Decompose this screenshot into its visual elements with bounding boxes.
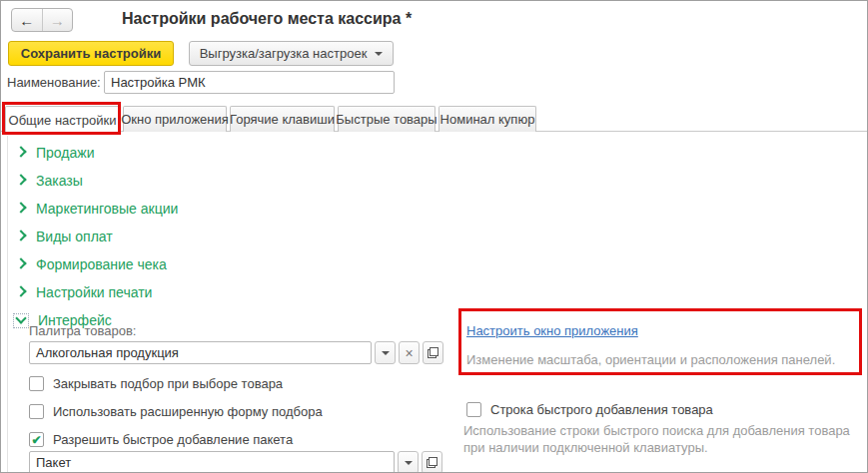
- chevron-right-icon: [15, 146, 26, 157]
- chevron-down-icon: [382, 351, 390, 355]
- chevron-right-icon: [15, 230, 26, 240]
- forward-button[interactable]: →: [43, 9, 73, 31]
- tab-general-settings[interactable]: Общие настройки: [5, 106, 120, 133]
- checkbox-label: Использовать расширенную форму подбора: [53, 404, 323, 419]
- palette-open-button[interactable]: [423, 341, 443, 364]
- palette-value: Алкогольная продукция: [36, 345, 179, 360]
- chevron-down-icon: [405, 461, 413, 465]
- open-list-icon: [427, 457, 437, 468]
- section-orders[interactable]: Заказы: [17, 167, 178, 195]
- section-sales[interactable]: Продажи: [17, 139, 178, 167]
- quick-add-hint: Использование строки быстрого поиска для…: [463, 422, 868, 456]
- chevron-right-icon: [15, 174, 26, 185]
- section-print-settings[interactable]: Настройки печати: [17, 278, 178, 306]
- name-input[interactable]: [104, 71, 395, 94]
- section-label: Заказы: [36, 173, 83, 189]
- package-combo-input[interactable]: Пакет: [29, 451, 395, 473]
- back-arrow-icon: ←: [19, 12, 34, 29]
- checkbox-label: Строка быстрого добавления товара: [490, 402, 713, 417]
- checkbox-label: Разрешить быстрое добавление пакета: [53, 432, 293, 447]
- chevron-right-icon: [15, 202, 26, 213]
- chevron-right-icon: [15, 285, 26, 296]
- palette-clear-button[interactable]: ×: [399, 341, 420, 364]
- settings-sections: Продажи Заказы Маркетинговые акции Виды …: [17, 139, 178, 334]
- checkbox-quick-add-line[interactable]: ✔ Строка быстрого добавления товара: [466, 402, 713, 417]
- section-label: Виды оплат: [36, 229, 113, 244]
- check-icon: ✔: [31, 434, 41, 446]
- package-dropdown-button[interactable]: [398, 451, 419, 473]
- tab-hotkeys[interactable]: Горячие клавиши: [230, 106, 335, 132]
- import-export-label: Выгрузка/загрузка настроек: [200, 46, 368, 61]
- section-label: Продажи: [36, 145, 94, 161]
- checkbox-use-extended-picker-form[interactable]: ✔ Использовать расширенную форму подбора: [29, 404, 323, 419]
- checkbox-label: Закрывать подбор при выборе товара: [53, 376, 283, 391]
- open-list-icon: [428, 347, 438, 358]
- package-value: Пакет: [36, 455, 71, 470]
- name-field-label: Наименование:: [7, 75, 101, 90]
- checkbox-box: ✔: [29, 376, 44, 391]
- tabbar: Общие настройки Окно приложения Горячие …: [5, 106, 536, 132]
- section-marketing-actions[interactable]: Маркетинговые акции: [17, 195, 178, 223]
- window-link-hint: Изменение масштаба, ориентации и располо…: [466, 351, 856, 368]
- back-button[interactable]: ←: [12, 9, 43, 31]
- page-title: Настройки рабочего места кассира *: [122, 10, 412, 28]
- section-receipt-formation[interactable]: Формирование чека: [17, 250, 178, 278]
- checkbox-box: ✔: [466, 402, 481, 417]
- palette-label: Палитра товаров:: [29, 323, 136, 338]
- section-payment-types[interactable]: Виды оплат: [17, 223, 178, 250]
- checkbox-box: ✔: [29, 432, 44, 447]
- history-nav-group: ← →: [11, 8, 73, 32]
- configure-app-window-link[interactable]: Настроить окно приложения: [466, 323, 638, 338]
- clear-icon: ×: [405, 346, 413, 360]
- chevron-down-icon: [15, 312, 26, 323]
- chevron-right-icon: [15, 257, 26, 268]
- save-settings-button[interactable]: Сохранить настройки: [8, 41, 174, 66]
- checkbox-close-picker-on-select[interactable]: ✔ Закрывать подбор при выборе товара: [29, 376, 283, 391]
- checkbox-allow-quick-package-add[interactable]: ✔ Разрешить быстрое добавление пакета: [29, 432, 293, 447]
- package-open-button[interactable]: [422, 451, 442, 473]
- tab-banknote-denominations[interactable]: Номинал купюр: [438, 106, 536, 132]
- section-label: Маркетинговые акции: [36, 201, 178, 217]
- focus-rect: [13, 313, 29, 328]
- palette-dropdown-button[interactable]: [375, 341, 396, 364]
- palette-combo-input[interactable]: Алкогольная продукция: [29, 341, 372, 364]
- checkbox-box: ✔: [29, 404, 44, 419]
- section-label: Формирование чека: [36, 256, 167, 272]
- cashier-settings-window: ← → Настройки рабочего места кассира * С…: [0, 0, 868, 473]
- chevron-down-icon: [375, 52, 383, 56]
- tab-quick-goods[interactable]: Быстрые товары: [338, 106, 435, 132]
- tab-app-window[interactable]: Окно приложения: [123, 106, 227, 132]
- content-left-edge: [7, 136, 8, 472]
- forward-arrow-icon: →: [50, 12, 65, 29]
- section-label: Настройки печати: [36, 284, 152, 300]
- import-export-settings-button[interactable]: Выгрузка/загрузка настроек: [189, 41, 394, 66]
